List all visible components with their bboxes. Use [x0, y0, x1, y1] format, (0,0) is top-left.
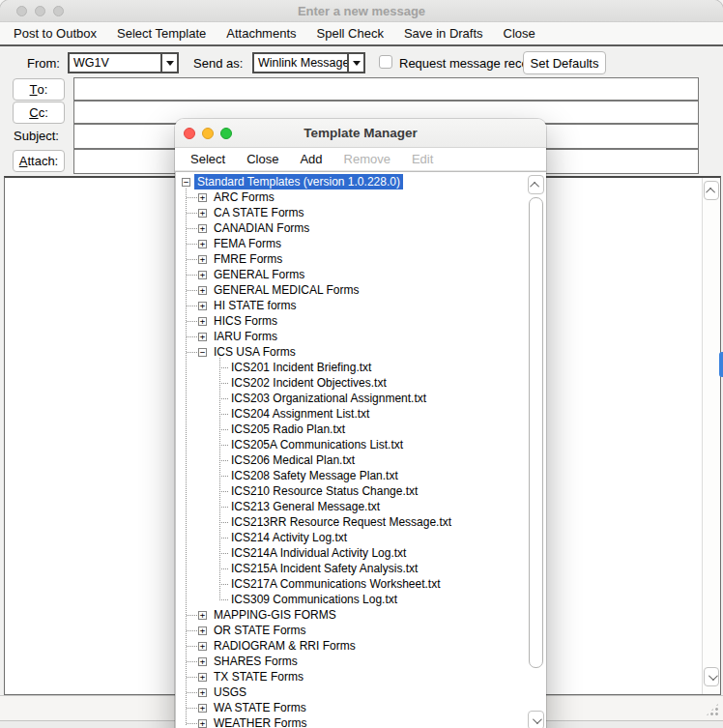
- cc-button[interactable]: Cc:: [13, 102, 65, 124]
- tree-item-label[interactable]: CA STATE Forms: [211, 205, 307, 220]
- tree-item[interactable]: ICS309 Communications Log.txt: [177, 592, 526, 607]
- expand-icon[interactable]: +: [198, 657, 207, 666]
- tree-item[interactable]: +ARC Forms: [177, 189, 526, 205]
- tree-item[interactable]: ICS205A Communications List.txt: [177, 437, 526, 452]
- expand-icon[interactable]: +: [198, 271, 207, 279]
- expand-icon[interactable]: +: [198, 704, 207, 713]
- to-button[interactable]: To:: [13, 78, 65, 101]
- expand-icon[interactable]: +: [198, 193, 207, 202]
- expand-icon[interactable]: +: [198, 286, 207, 295]
- tree-item-label[interactable]: ICS202 Incident Objectives.txt: [228, 375, 390, 391]
- resize-grip-icon[interactable]: [705, 702, 720, 717]
- tree-item-label[interactable]: WA STATE Forms: [211, 700, 309, 715]
- tree-item-label[interactable]: ICS215A Incident Safety Analysis.txt: [228, 561, 420, 576]
- tree-item[interactable]: +HI STATE forms: [177, 298, 526, 313]
- tree-item-label[interactable]: ICS217A Communications Worksheet.txt: [228, 576, 444, 592]
- expand-icon[interactable]: +: [198, 317, 207, 326]
- tree-item[interactable]: +GENERAL MEDICAL Forms: [177, 282, 526, 298]
- tree-item-label[interactable]: CANADIAN Forms: [211, 220, 312, 236]
- tree-item-label[interactable]: IARU Forms: [211, 329, 280, 344]
- expand-icon[interactable]: +: [198, 240, 207, 248]
- menu-item-save-in-drafts[interactable]: Save in Drafts: [400, 24, 487, 43]
- tree-item-label[interactable]: HI STATE forms: [211, 298, 300, 313]
- from-combobox[interactable]: WG1V: [68, 52, 179, 73]
- attach-button[interactable]: Attach:: [13, 150, 65, 172]
- tree-item-label[interactable]: ICS214 Activity Log.txt: [228, 530, 350, 545]
- tree-item-label[interactable]: ICS213 General Message.txt: [228, 499, 383, 514]
- send-as-combobox[interactable]: Winlink Message: [252, 52, 365, 73]
- tree-item[interactable]: ICS214 Activity Log.txt: [177, 530, 526, 545]
- tree-item-label[interactable]: USGS: [211, 684, 249, 700]
- set-defaults-button[interactable]: Set Defaults: [523, 51, 606, 74]
- tree-item-label[interactable]: ICS208 Safety Message Plan.txt: [228, 468, 401, 483]
- tree-item[interactable]: ICS205 Radio Plan.txt: [177, 422, 526, 437]
- message-scrollbar[interactable]: [702, 178, 720, 694]
- tree-item-label[interactable]: ICS213RR Resource Request Message.txt: [228, 514, 454, 530]
- from-dropdown-button[interactable]: [160, 54, 177, 72]
- tree-item[interactable]: ICS215A Incident Safety Analysis.txt: [177, 561, 526, 576]
- expand-icon[interactable]: +: [198, 611, 207, 620]
- tree-item[interactable]: ICS217A Communications Worksheet.txt: [177, 576, 526, 592]
- tree-item-label[interactable]: ICS204 Assignment List.txt: [228, 406, 372, 422]
- tree-item[interactable]: ICS213 General Message.txt: [177, 499, 526, 514]
- tree-item-label[interactable]: ICS205A Communications List.txt: [228, 437, 406, 452]
- tree-item-label[interactable]: ARC Forms: [211, 189, 277, 205]
- tree-item-label[interactable]: FMRE Forms: [211, 251, 285, 267]
- menu-item-close[interactable]: Close: [500, 24, 539, 43]
- scroll-up-button[interactable]: [704, 181, 719, 200]
- tree-item[interactable]: ICS214A Individual Activity Log.txt: [177, 545, 526, 561]
- dialog-menu-item-close[interactable]: Close: [244, 151, 281, 167]
- tree-item[interactable]: +GENERAL Forms: [177, 267, 526, 282]
- tree-item-label[interactable]: ICS201 Incident Briefing.txt: [228, 360, 374, 375]
- collapse-icon[interactable]: −: [198, 348, 207, 357]
- tree-item-label[interactable]: ICS214A Individual Activity Log.txt: [228, 545, 409, 561]
- expand-icon[interactable]: +: [198, 673, 207, 682]
- tree-item[interactable]: +USGS: [177, 684, 526, 700]
- tree-item[interactable]: ICS204 Assignment List.txt: [177, 406, 526, 422]
- tree-item[interactable]: ICS206 Medical Plan.txt: [177, 452, 526, 468]
- tree-item-label[interactable]: TX STATE Forms: [211, 669, 306, 684]
- tree-item-label[interactable]: GENERAL Forms: [211, 267, 307, 282]
- tree-item[interactable]: −ICS USA Forms: [177, 344, 526, 360]
- tree-item-label[interactable]: ICS205 Radio Plan.txt: [228, 422, 348, 437]
- tree-item[interactable]: +FEMA Forms: [177, 236, 526, 251]
- expand-icon[interactable]: +: [198, 209, 207, 218]
- window-scrollbar-thumb[interactable]: [719, 352, 723, 377]
- tree-item-label[interactable]: HICS Forms: [211, 313, 280, 329]
- tree-item-label[interactable]: ICS309 Communications Log.txt: [228, 592, 400, 607]
- collapse-icon[interactable]: −: [182, 178, 190, 187]
- request-receipt-checkbox[interactable]: [379, 55, 392, 69]
- send-as-dropdown-button[interactable]: [347, 54, 363, 72]
- tree-item[interactable]: +CA STATE Forms: [177, 205, 526, 220]
- menu-item-select-template[interactable]: Select Template: [113, 24, 210, 43]
- expand-icon[interactable]: +: [198, 719, 207, 728]
- tree-item[interactable]: +FMRE Forms: [177, 251, 526, 267]
- menu-item-post-to-outbox[interactable]: Post to Outbox: [10, 24, 101, 43]
- tree-item-label[interactable]: GENERAL MEDICAL Forms: [211, 282, 362, 298]
- tree-item-label[interactable]: ICS210 Resource Status Change.txt: [228, 483, 420, 499]
- menu-item-spell-check[interactable]: Spell Check: [313, 24, 388, 43]
- tree-item-label[interactable]: SHARES Forms: [211, 654, 301, 669]
- tree-item[interactable]: ICS213RR Resource Request Message.txt: [177, 514, 526, 530]
- tree-item[interactable]: ICS210 Resource Status Change.txt: [177, 483, 526, 499]
- tree-scrollbar[interactable]: [527, 173, 545, 728]
- menu-item-attachments[interactable]: Attachments: [222, 24, 300, 43]
- tree-item[interactable]: ICS203 Organizational Assignment.txt: [177, 391, 526, 406]
- tree-item-label[interactable]: MAPPING-GIS FORMS: [211, 607, 339, 623]
- tree-item[interactable]: ICS208 Safety Message Plan.txt: [177, 468, 526, 483]
- expand-icon[interactable]: +: [198, 224, 207, 233]
- dialog-menu-item-add[interactable]: Add: [297, 151, 325, 167]
- tree-item[interactable]: +MAPPING-GIS FORMS: [177, 607, 526, 623]
- to-input[interactable]: [73, 77, 699, 101]
- tree-item[interactable]: +IARU Forms: [177, 329, 526, 344]
- expand-icon[interactable]: +: [198, 642, 207, 651]
- tree-item-label[interactable]: RADIOGRAM & RRI Forms: [211, 638, 359, 654]
- expand-icon[interactable]: +: [198, 626, 207, 635]
- tree-item[interactable]: +HICS Forms: [177, 313, 526, 329]
- expand-icon[interactable]: +: [198, 302, 207, 310]
- expand-icon[interactable]: +: [198, 333, 207, 341]
- tree-item-label[interactable]: ICS206 Medical Plan.txt: [228, 452, 358, 468]
- tree-item-label[interactable]: OR STATE Forms: [211, 623, 309, 638]
- tree-item[interactable]: ICS202 Incident Objectives.txt: [177, 375, 526, 391]
- tree-item-label[interactable]: Standard Templates (version 1.0.228.0): [194, 174, 403, 189]
